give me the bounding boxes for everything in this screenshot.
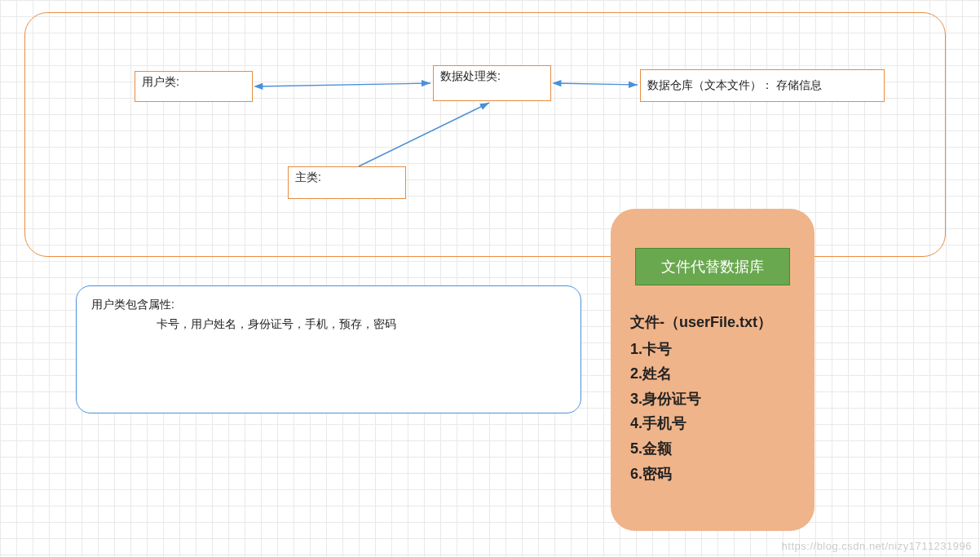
node-store-label: 数据仓库（文本文件）： 存储信息 bbox=[647, 78, 822, 93]
file-panel-title: 文件代替数据库 bbox=[635, 248, 790, 285]
node-data-store: 数据仓库（文本文件）： 存储信息 bbox=[640, 69, 885, 102]
file-item: 3.身份证号 bbox=[630, 387, 800, 412]
file-item: 2.姓名 bbox=[630, 361, 800, 387]
node-main-class: 主类: bbox=[288, 166, 406, 199]
file-item: 1.卡号 bbox=[630, 337, 800, 362]
node-user-label: 用户类: bbox=[142, 75, 179, 90]
user-attributes-title: 用户类包含属性: bbox=[91, 298, 566, 312]
watermark: https://blog.csdn.net/nizy1711231996 bbox=[782, 540, 972, 552]
node-data-processing-class: 数据处理类: bbox=[433, 65, 551, 101]
node-main-label: 主类: bbox=[295, 170, 321, 185]
file-item: 6.密码 bbox=[630, 462, 800, 487]
file-panel: 文件代替数据库 文件-（userFile.txt） 1.卡号 2.姓名 3.身份… bbox=[611, 209, 814, 531]
file-item: 5.金额 bbox=[630, 436, 800, 462]
user-attributes-panel: 用户类包含属性: 卡号，用户姓名，身份证号，手机，预存，密码 bbox=[76, 285, 581, 413]
file-item: 4.手机号 bbox=[630, 411, 800, 436]
user-attributes-body: 卡号，用户姓名，身份证号，手机，预存，密码 bbox=[157, 317, 566, 332]
file-panel-heading: 文件-（userFile.txt） bbox=[630, 310, 800, 335]
file-panel-list: 文件-（userFile.txt） 1.卡号 2.姓名 3.身份证号 4.手机号… bbox=[625, 310, 800, 486]
node-user-class: 用户类: bbox=[135, 71, 253, 102]
node-proc-label: 数据处理类: bbox=[440, 69, 501, 84]
